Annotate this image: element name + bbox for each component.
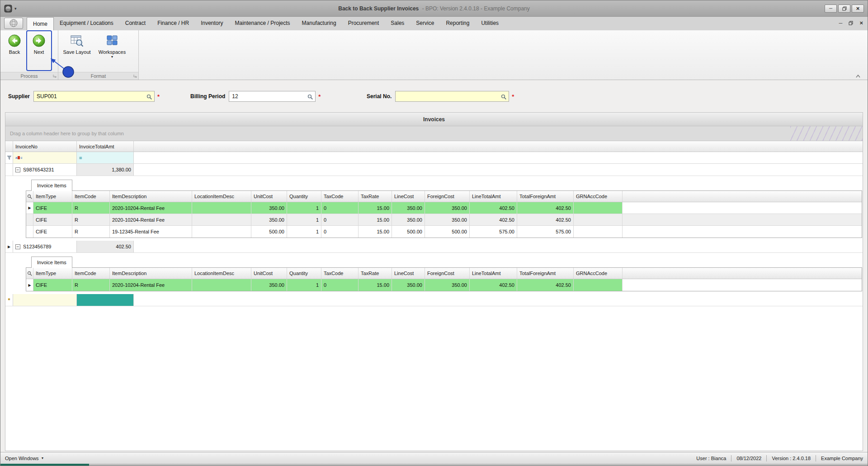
ribbon-tab-equipment-locations[interactable]: Equipment / Locations (54, 17, 119, 29)
ribbon-tab-service[interactable]: Service (410, 17, 440, 29)
minimize-button[interactable]: ─ (825, 5, 837, 13)
detail-cell[interactable]: 1 (287, 279, 321, 291)
detail-cell[interactable]: 350.00 (392, 214, 425, 225)
detail-row[interactable]: CIFER19-12345-Rental Fee500.001015.00500… (26, 226, 862, 238)
back-button[interactable]: Back (3, 32, 26, 55)
invoice-no-cell[interactable]: −S9876543231 (13, 164, 77, 176)
serial-no-input[interactable] (396, 91, 509, 101)
detail-column-header-itemcode[interactable]: ItemCode (72, 268, 110, 279)
detail-cell[interactable]: R (72, 279, 110, 291)
detail-cell[interactable]: R (72, 202, 110, 214)
detail-cell[interactable]: 402.50 (517, 214, 574, 225)
detail-row[interactable]: CIFER2020-10204-Rental Fee350.001015.003… (26, 214, 862, 226)
workspaces-button[interactable]: Workspaces ▼ (94, 32, 130, 58)
detail-column-header-locationitemdesc[interactable]: LocationItemDesc (192, 268, 251, 279)
detail-column-header-quantity[interactable]: Quantity (287, 268, 321, 279)
detail-column-header-linecost[interactable]: LineCost (392, 268, 425, 279)
close-button[interactable]: × (852, 5, 864, 13)
detail-column-header-itemdescription[interactable]: ItemDescription (110, 268, 192, 279)
invoice-total-cell[interactable]: 402.50 (77, 241, 134, 252)
detail-cell[interactable]: 402.50 (470, 279, 517, 291)
detail-column-header-taxcode[interactable]: TaxCode (321, 268, 359, 279)
detail-cell[interactable]: 0 (321, 202, 359, 214)
detail-cell[interactable]: 575.00 (517, 226, 574, 238)
mdi-restore-button[interactable] (849, 21, 853, 25)
column-header-invoiceno[interactable]: InvoiceNo (13, 141, 77, 152)
detail-cell[interactable]: R (72, 226, 110, 238)
detail-cell[interactable]: CIFE (33, 279, 72, 291)
invoice-no-cell[interactable]: −S123456789 (13, 241, 77, 252)
collapse-row-icon[interactable]: − (15, 244, 20, 249)
mdi-close-button[interactable]: × (859, 19, 863, 26)
detail-cell[interactable] (574, 226, 623, 238)
detail-cell[interactable]: 19-12345-Rental Fee (110, 226, 192, 238)
detail-cell[interactable]: 575.00 (470, 226, 517, 238)
detail-cell[interactable]: 402.50 (517, 202, 574, 214)
save-layout-button[interactable]: Save Layout (61, 32, 93, 55)
detail-column-header-grnacccode[interactable]: GRNAccCode (574, 191, 623, 202)
detail-column-header-totalforeignamt[interactable]: TotalForeignAmt (517, 268, 574, 279)
detail-cell[interactable]: R (72, 214, 110, 225)
ribbon-tab-manufacturing[interactable]: Manufacturing (296, 17, 342, 29)
detail-cell[interactable]: 350.00 (251, 279, 287, 291)
collapse-row-icon[interactable]: − (15, 167, 20, 172)
detail-cell[interactable]: 500.00 (392, 226, 425, 238)
master-row[interactable]: ▶−S123456789402.50 (5, 241, 863, 253)
serial-no-lookup-button[interactable] (500, 93, 507, 100)
detail-cell[interactable]: CIFE (33, 214, 72, 225)
ribbon-tab-reporting[interactable]: Reporting (440, 17, 475, 29)
detail-column-header-unitcost[interactable]: UnitCost (251, 191, 287, 202)
detail-column-header-foreigncost[interactable]: ForeignCost (425, 191, 470, 202)
billing-period-input[interactable] (229, 91, 315, 101)
detail-cell[interactable]: 350.00 (392, 279, 425, 291)
new-row-total-cell[interactable] (77, 294, 134, 306)
filter-condition-icon[interactable]: ac (15, 156, 22, 160)
ribbon-tab-procurement[interactable]: Procurement (342, 17, 385, 29)
detail-cell[interactable]: CIFE (33, 226, 72, 238)
detail-column-header-quantity[interactable]: Quantity (287, 191, 321, 202)
format-dialog-launcher-icon[interactable] (133, 74, 137, 78)
detail-cell[interactable] (574, 202, 623, 214)
detail-row[interactable]: ▶CIFER2020-10204-Rental Fee350.001015.00… (26, 279, 862, 291)
detail-cell[interactable]: 0 (321, 226, 359, 238)
detail-cell[interactable]: 402.50 (470, 202, 517, 214)
detail-cell[interactable]: 350.00 (251, 202, 287, 214)
detail-cell[interactable]: CIFE (33, 202, 72, 214)
detail-cell[interactable]: 15.00 (359, 214, 392, 225)
detail-cell[interactable]: 500.00 (251, 226, 287, 238)
ribbon-tab-contract[interactable]: Contract (119, 17, 151, 29)
ribbon-tab-finance-hr[interactable]: Finance / HR (151, 17, 195, 29)
detail-cell[interactable] (192, 214, 251, 225)
detail-cell[interactable]: 402.50 (517, 279, 574, 291)
billing-period-lookup-button[interactable] (307, 93, 314, 100)
open-windows-button[interactable]: Open Windows ▼ (5, 456, 44, 461)
detail-column-header-unitcost[interactable]: UnitCost (251, 268, 287, 279)
detail-cell[interactable]: 402.50 (470, 214, 517, 225)
application-button[interactable] (4, 18, 23, 29)
detail-cell[interactable]: 15.00 (359, 202, 392, 214)
detail-search-button[interactable] (26, 191, 33, 202)
invoice-total-cell[interactable]: 1,380.00 (77, 164, 134, 176)
detail-cell[interactable] (574, 214, 623, 225)
detail-search-button[interactable] (26, 268, 33, 279)
detail-cell[interactable]: 2020-10204-Rental Fee (110, 202, 192, 214)
detail-cell[interactable]: 15.00 (359, 226, 392, 238)
next-button[interactable]: Next (28, 32, 50, 55)
detail-cell[interactable] (192, 279, 251, 291)
detail-row[interactable]: ▶CIFER2020-10204-Rental Fee350.001015.00… (26, 202, 862, 214)
detail-column-header-itemcode[interactable]: ItemCode (72, 191, 110, 202)
detail-cell[interactable]: 350.00 (425, 214, 470, 225)
detail-cell[interactable]: 350.00 (425, 202, 470, 214)
detail-cell[interactable]: 0 (321, 279, 359, 291)
new-row[interactable]: * (5, 294, 863, 306)
ribbon-tab-sales[interactable]: Sales (385, 17, 410, 29)
detail-column-header-grnacccode[interactable]: GRNAccCode (574, 268, 623, 279)
detail-column-header-itemdescription[interactable]: ItemDescription (110, 191, 192, 202)
detail-cell[interactable]: 1 (287, 202, 321, 214)
detail-column-header-taxrate[interactable]: TaxRate (359, 191, 392, 202)
detail-cell[interactable]: 350.00 (425, 279, 470, 291)
detail-cell[interactable]: 500.00 (425, 226, 470, 238)
restore-button[interactable] (838, 5, 850, 13)
detail-cell[interactable] (192, 226, 251, 238)
master-row[interactable]: −S98765432311,380.00 (5, 164, 863, 176)
